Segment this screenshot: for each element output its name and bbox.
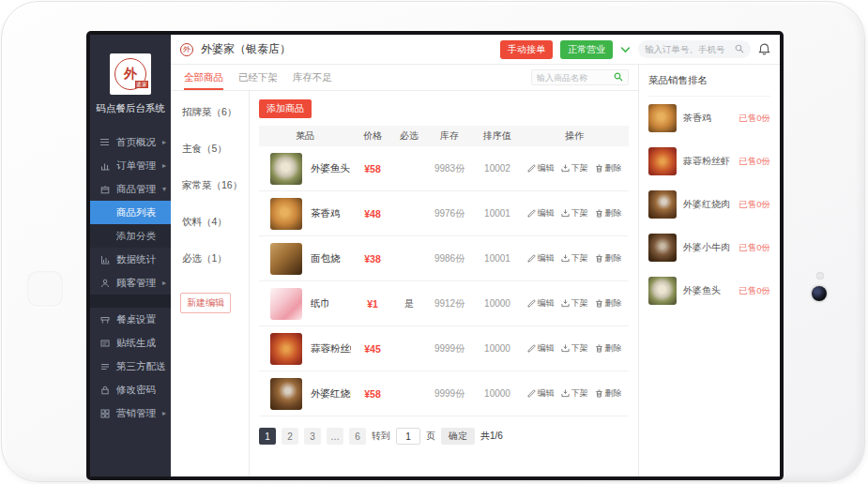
orders-chart-icon <box>99 161 110 171</box>
sidebar-item-statistics[interactable]: 数据统计 <box>90 248 171 271</box>
sidebar-item-goods[interactable]: 商品管理 ▾ <box>90 177 171 201</box>
category-item-staple[interactable]: 主食（5） <box>171 143 249 156</box>
ranking-item: 外婆鱼头 已售0份 <box>648 269 770 312</box>
offshelf-button[interactable]: 下架 <box>561 207 588 219</box>
edit-button[interactable]: 编辑 <box>527 297 555 310</box>
sidebar-item-marketing[interactable]: 营销管理 ▸ <box>90 401 171 425</box>
delete-button[interactable]: 删除 <box>595 387 622 400</box>
sidebar-item-add-category[interactable]: 添加分类 <box>90 224 171 248</box>
goods-box-icon <box>99 185 110 194</box>
page-button-2[interactable]: 2 <box>282 428 298 445</box>
sold-count: 已售0份 <box>739 113 770 125</box>
new-category-button[interactable]: 新建编辑 <box>180 293 231 313</box>
system-title: 码点餐后台系统 <box>90 102 171 115</box>
chevron-right-icon: ▸ <box>162 161 166 170</box>
screen: 外 婆家 码点餐后台系统 首页概况 ▸ 订单管理 ▸ <box>86 31 784 480</box>
page-button-ellipsis[interactable]: … <box>327 428 343 445</box>
offshelf-button[interactable]: 下架 <box>561 342 588 355</box>
light-sensor <box>816 272 824 280</box>
sold-count: 已售0份 <box>739 242 770 254</box>
order-search-input[interactable] <box>645 44 731 54</box>
chevron-right-icon: ▸ <box>162 409 166 417</box>
delete-button[interactable]: 删除 <box>595 297 622 310</box>
delete-button[interactable]: 删除 <box>595 207 622 219</box>
offshelf-button[interactable]: 下架 <box>561 387 588 400</box>
chevron-down-icon: ▾ <box>162 185 166 193</box>
page-button-6[interactable]: 6 <box>349 428 366 445</box>
sidebar-item-third-party-delivery[interactable]: 第三方配送 <box>90 355 171 378</box>
ranking-item: 茶香鸡 已售0份 <box>648 97 770 140</box>
sidebar-item-orders[interactable]: 订单管理 ▸ <box>90 154 171 177</box>
ranking-item: 外婆红烧肉 已售0份 <box>648 183 770 226</box>
confirm-page-button[interactable]: 确定 <box>441 428 475 445</box>
table-row: 纸巾 ¥1 是 9912份 10000 编辑 下架 删除 <box>259 281 629 326</box>
table-row: 外婆鱼头 ¥58 9983份 10002 编辑 下架 删除 <box>259 146 629 191</box>
tab-all-products[interactable]: 全部商品 <box>184 65 223 90</box>
sidebar-item-sticker-generate[interactable]: 贴纸生成 <box>90 331 171 355</box>
offshelf-button[interactable]: 下架 <box>561 297 588 310</box>
sidebar-item-product-list[interactable]: 商品列表 <box>90 201 171 224</box>
category-panel: 招牌菜（6） 主食（5） 家常菜（16） 饮料（4） 必选（1） 新建编辑 <box>171 91 250 476</box>
category-item-signature[interactable]: 招牌菜（6） <box>171 106 249 119</box>
edit-button[interactable]: 编辑 <box>527 387 555 400</box>
sidebar-item-table-settings[interactable]: 餐桌设置 <box>90 308 171 331</box>
home-button[interactable] <box>27 271 63 307</box>
top-header: 外 外婆家（银泰店） 手动接单 正常营业 <box>171 35 780 65</box>
delete-button[interactable]: 删除 <box>595 342 622 355</box>
delete-button[interactable]: 删除 <box>595 252 622 265</box>
sold-count: 已售0份 <box>739 199 770 211</box>
status-chevron-down-icon[interactable] <box>620 46 631 53</box>
sold-count: 已售0份 <box>739 156 770 168</box>
search-icon <box>735 44 744 55</box>
business-status-button[interactable]: 正常营业 <box>560 40 613 59</box>
edit-button[interactable]: 编辑 <box>527 207 555 219</box>
edit-button[interactable]: 编辑 <box>527 162 555 174</box>
chevron-right-icon: ▸ <box>162 279 166 287</box>
page-button-1[interactable]: 1 <box>259 428 276 445</box>
category-item-drinks[interactable]: 饮料（4） <box>171 216 249 229</box>
sidebar-item-customers[interactable]: 顾客管理 ▸ <box>90 271 171 295</box>
page: 外 婆家 码点餐后台系统 首页概况 ▸ 订单管理 ▸ <box>0 0 868 484</box>
goods-submenu: 商品列表 添加分类 <box>90 201 171 248</box>
customer-icon <box>99 279 110 288</box>
page-summary: 共1/6 <box>480 430 503 443</box>
product-tabs-bar: 全部商品 已经下架 库存不足 <box>171 65 638 91</box>
sticker-card-icon <box>99 339 110 348</box>
sales-ranking-panel: 菜品销售排名 茶香鸡 已售0份 蒜蓉粉丝虾 已售0份 <box>639 65 780 476</box>
body: 全部商品 已经下架 库存不足 <box>171 65 780 476</box>
edit-button[interactable]: 编辑 <box>527 342 555 355</box>
workspace: 招牌菜（6） 主食（5） 家常菜（16） 饮料（4） 必选（1） 新建编辑 添加 <box>171 91 638 476</box>
category-item-required[interactable]: 必选（1） <box>171 252 249 265</box>
app-window: 外 婆家 码点餐后台系统 首页概况 ▸ 订单管理 ▸ <box>90 35 780 476</box>
offshelf-button[interactable]: 下架 <box>561 162 588 174</box>
store-logo-icon: 外 <box>180 43 193 56</box>
content-panel: 全部商品 已经下架 库存不足 <box>171 65 639 476</box>
goto-page-input[interactable] <box>396 428 420 445</box>
table-row: 面包烧 ¥38 9986份 10001 编辑 下架 删除 <box>259 236 629 281</box>
sidebar: 外 婆家 码点餐后台系统 首页概况 ▸ 订单管理 ▸ <box>90 35 171 476</box>
sidebar-item-home-overview[interactable]: 首页概况 ▸ <box>90 130 171 154</box>
chevron-right-icon: ▸ <box>162 138 166 146</box>
ranking-title: 菜品销售排名 <box>648 74 770 97</box>
page-button-3[interactable]: 3 <box>304 428 321 445</box>
stats-icon <box>99 255 110 265</box>
edit-button[interactable]: 编辑 <box>527 252 555 265</box>
category-item-homestyle[interactable]: 家常菜（16） <box>171 179 249 192</box>
sidebar-item-change-password[interactable]: 修改密码 <box>90 378 171 401</box>
delete-button[interactable]: 删除 <box>595 162 622 174</box>
camera-icon <box>812 286 827 301</box>
waipojia-seal-icon: 外 婆家 <box>114 58 146 90</box>
sold-count: 已售0份 <box>739 285 770 297</box>
dish-photo <box>648 104 677 132</box>
add-product-button[interactable]: 添加商品 <box>259 99 312 118</box>
tab-low-stock[interactable]: 库存不足 <box>293 65 332 90</box>
dish-photo <box>648 190 677 219</box>
tab-off-shelf[interactable]: 已经下架 <box>238 65 278 90</box>
offshelf-button[interactable]: 下架 <box>561 252 588 265</box>
bell-icon[interactable] <box>758 43 770 55</box>
lock-icon <box>99 386 110 395</box>
pagination: 1 2 3 … 6 转到 页 确定 共 <box>259 428 629 445</box>
product-search-input[interactable] <box>537 73 610 83</box>
manual-order-button[interactable]: 手动接单 <box>500 40 553 59</box>
grid-icon <box>99 409 110 418</box>
